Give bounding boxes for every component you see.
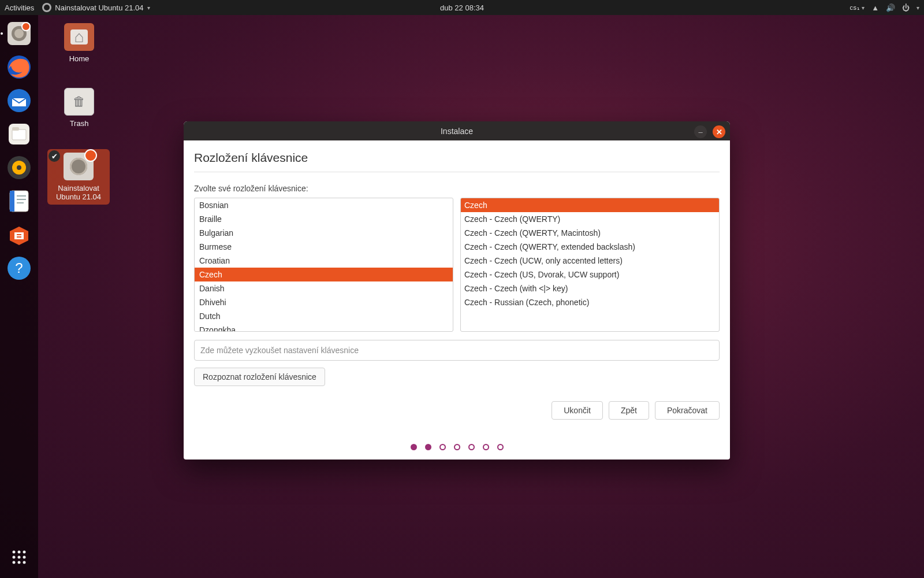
variant-option[interactable]: Czech - Czech (QWERTY, Macintosh) xyxy=(461,226,719,240)
variant-option[interactable]: Czech - Russian (Czech, phonetic) xyxy=(461,295,719,309)
window-close-button[interactable]: ✕ xyxy=(713,125,725,138)
layout-option[interactable]: Bosnian xyxy=(195,198,453,212)
desktop-install-icon[interactable]: ✔ Nainstalovat Ubuntu 21.04 xyxy=(47,149,110,205)
variant-listbox[interactable]: CzechCzech - Czech (QWERTY)Czech - Czech… xyxy=(460,198,720,332)
detect-layout-button[interactable]: Rozpoznat rozložení klávesnice xyxy=(194,368,325,386)
dock-installer-icon[interactable] xyxy=(4,18,34,49)
layout-listbox[interactable]: BosnianBrailleBulgarianBurmeseCroatianCz… xyxy=(194,198,453,332)
input-source-indicator[interactable]: cs₁ ▾ xyxy=(850,4,865,12)
layout-option[interactable]: Croatian xyxy=(195,254,453,268)
continue-button[interactable]: Pokračovat xyxy=(655,401,720,420)
desktop-icon-label: Nainstalovat Ubuntu 21.04 xyxy=(51,184,106,201)
back-button[interactable]: Zpět xyxy=(609,401,649,420)
desktop-icon-label: Home xyxy=(53,54,105,63)
svg-point-2 xyxy=(14,29,24,38)
window-titlebar[interactable]: Instalace – ✕ xyxy=(184,121,730,140)
dock-firefox-icon[interactable] xyxy=(4,52,34,82)
svg-point-3 xyxy=(22,23,30,31)
layout-option[interactable]: Burmese xyxy=(195,240,453,254)
svg-rect-15 xyxy=(17,199,26,200)
progress-dot xyxy=(425,444,431,450)
layout-option[interactable]: Czech xyxy=(195,268,453,281)
choose-layout-label: Zvolte své rozložení klávesnice: xyxy=(194,184,720,193)
progress-dot xyxy=(497,444,504,450)
progress-dot xyxy=(468,444,475,450)
desktop-home-icon[interactable]: Home xyxy=(53,23,105,63)
svg-point-27 xyxy=(18,561,21,564)
clock[interactable]: dub 22 08:34 xyxy=(440,3,484,12)
page-heading: Rozložení klávesnice xyxy=(194,149,720,172)
activities-button[interactable]: Activities xyxy=(5,3,34,12)
layout-option[interactable]: Dutch xyxy=(195,309,453,323)
dock: ? xyxy=(0,15,38,578)
gnome-top-bar: Activities Nainstalovat Ubuntu 21.04 ▾ d… xyxy=(0,0,924,15)
desktop-trash-icon[interactable]: 🗑 Trash xyxy=(53,88,105,128)
svg-rect-13 xyxy=(10,191,14,212)
volume-icon: 🔊 xyxy=(886,3,895,12)
layout-option[interactable]: Dhivehi xyxy=(195,295,453,309)
svg-point-20 xyxy=(13,551,16,554)
variant-option[interactable]: Czech - Czech (UCW, only accented letter… xyxy=(461,254,719,268)
layout-option[interactable]: Bulgarian xyxy=(195,226,453,240)
svg-point-21 xyxy=(18,551,21,554)
svg-rect-14 xyxy=(17,195,26,197)
keyboard-test-input[interactable] xyxy=(194,340,720,361)
variant-option[interactable]: Czech - Czech (with <|> key) xyxy=(461,281,719,295)
svg-point-28 xyxy=(23,561,26,564)
network-icon: ▲ xyxy=(871,3,879,12)
svg-point-24 xyxy=(18,556,21,559)
emblem-badge-icon: ✔ xyxy=(49,150,60,162)
installer-window: Instalace – ✕ Rozložení klávesnice Zvolt… xyxy=(184,121,730,460)
dock-writer-icon[interactable] xyxy=(4,186,34,216)
variant-option[interactable]: Czech - Czech (US, Dvorak, UCW support) xyxy=(461,268,719,281)
svg-rect-7 xyxy=(12,129,26,140)
trash-icon: 🗑 xyxy=(64,88,94,116)
dock-rhythmbox-icon[interactable] xyxy=(4,153,34,183)
divider xyxy=(194,172,720,172)
svg-text:?: ? xyxy=(15,260,23,276)
power-icon: ⏻ xyxy=(902,3,910,12)
desktop-icon-label: Trash xyxy=(53,119,105,128)
svg-point-26 xyxy=(13,561,16,564)
svg-rect-8 xyxy=(12,127,19,131)
variant-option[interactable]: Czech - Czech (QWERTY, extended backslas… xyxy=(461,240,719,254)
dock-software-icon[interactable] xyxy=(4,220,34,250)
svg-rect-17 xyxy=(14,232,24,239)
dock-files-icon[interactable] xyxy=(4,119,34,149)
svg-point-22 xyxy=(23,551,26,554)
quit-button[interactable]: Ukončit xyxy=(552,401,603,420)
layout-option[interactable]: Braille xyxy=(195,212,453,226)
progress-dot xyxy=(483,444,489,450)
variant-option[interactable]: Czech - Czech (QWERTY) xyxy=(461,212,719,226)
app-menu-icon xyxy=(42,3,51,12)
dock-thunderbird-icon[interactable] xyxy=(4,86,34,116)
app-menu-label: Nainstalovat Ubuntu 21.04 xyxy=(55,3,143,12)
svg-point-25 xyxy=(23,556,26,559)
installer-disk-icon xyxy=(64,153,94,180)
progress-dot xyxy=(454,444,460,450)
window-minimize-button[interactable]: – xyxy=(694,125,707,138)
progress-dot xyxy=(411,444,417,450)
chevron-down-icon: ▾ xyxy=(147,5,150,11)
progress-dot xyxy=(439,444,446,450)
window-title: Instalace xyxy=(441,127,473,136)
chevron-down-icon: ▾ xyxy=(916,5,919,11)
show-applications-button[interactable] xyxy=(4,542,34,572)
layout-option[interactable]: Dzongkha xyxy=(195,323,453,331)
app-menu[interactable]: Nainstalovat Ubuntu 21.04 ▾ xyxy=(42,3,150,12)
folder-home-icon xyxy=(64,23,94,51)
svg-point-11 xyxy=(17,165,21,170)
svg-rect-16 xyxy=(17,202,24,203)
layout-option[interactable]: Danish xyxy=(195,281,453,295)
variant-option[interactable]: Czech xyxy=(461,198,719,212)
progress-dots xyxy=(194,444,720,450)
svg-point-23 xyxy=(13,556,16,559)
ubuntu-cof-icon xyxy=(84,149,97,162)
system-tray[interactable]: cs₁ ▾ ▲ 🔊 ⏻ ▾ xyxy=(850,3,919,12)
dock-help-icon[interactable]: ? xyxy=(4,253,34,283)
